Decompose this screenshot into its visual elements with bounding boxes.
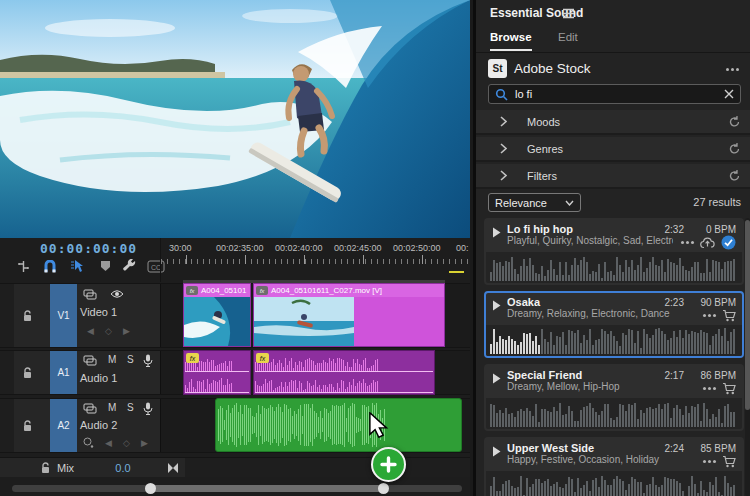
timeline-zoom-scrollbar[interactable]	[12, 485, 462, 492]
result-duration: 2:23	[665, 297, 684, 308]
ruler-label: 30:00	[169, 243, 192, 253]
snap-magnet-icon[interactable]	[41, 259, 59, 273]
fx-badge: fx	[186, 286, 198, 295]
search-icon	[495, 88, 508, 101]
search-value: lo fi	[515, 88, 717, 100]
scrollbar-thumb[interactable]	[745, 220, 750, 410]
accordion-genres[interactable]: Genres	[476, 137, 750, 162]
sound-result-item[interactable]: Upper West Side 2:24 85 BPM Happy, Festi…	[484, 437, 744, 496]
audio-clip-1[interactable]: fx	[183, 350, 251, 395]
panel-scrollbar[interactable]	[745, 218, 750, 496]
accordion-filters[interactable]: Filters	[476, 164, 750, 189]
tab-browse[interactable]: Browse	[490, 31, 532, 51]
play-icon[interactable]	[492, 446, 501, 457]
chevron-right-icon	[500, 116, 507, 127]
sound-result-item[interactable]: Lo fi hip hop 2:32 0 BPM Playful, Quirky…	[484, 218, 744, 285]
drag-add-plus-badge	[371, 447, 406, 482]
result-waveform[interactable]	[486, 471, 742, 496]
stock-more-icon[interactable]	[726, 68, 739, 71]
solo-button[interactable]: S	[127, 402, 134, 413]
result-waveform[interactable]	[486, 252, 742, 283]
track-name[interactable]: Audio 2	[80, 419, 117, 431]
result-tags: Playful, Quirky, Nostalgic, Sad, Electro…	[507, 235, 673, 246]
more-icon[interactable]	[681, 241, 694, 244]
video-clip-1[interactable]: fx A004_05101	[183, 283, 251, 347]
play-icon[interactable]	[492, 227, 501, 238]
reset-icon[interactable]	[728, 142, 741, 155]
result-tags: Dreamy, Relaxing, Electronic, Dance	[507, 308, 695, 319]
zoom-handle-left[interactable]	[145, 483, 156, 494]
add-keyframe-icon[interactable]: ◇	[123, 438, 130, 448]
accordion-moods[interactable]: Moods	[476, 110, 750, 135]
more-icon[interactable]	[703, 460, 716, 463]
result-waveform[interactable]	[486, 325, 742, 356]
sync-lock-icon[interactable]	[83, 355, 97, 366]
result-duration: 2:24	[665, 443, 684, 454]
ruler-major-ticks	[186, 255, 470, 264]
cart-icon[interactable]	[722, 309, 736, 322]
bowtie-keyframes-icon[interactable]	[167, 463, 179, 473]
marker-icon[interactable]	[96, 259, 114, 273]
result-waveform[interactable]	[486, 398, 742, 429]
play-icon[interactable]	[492, 373, 501, 384]
play-icon[interactable]	[492, 300, 501, 311]
voiceover-mic-icon[interactable]	[143, 402, 153, 415]
prev-keyframe-icon[interactable]: ◀	[87, 326, 94, 336]
ruler-label: 00:02:45:00	[334, 243, 382, 253]
next-keyframe-icon[interactable]: ▶	[141, 438, 148, 448]
mute-button[interactable]: M	[108, 402, 116, 413]
track-lock-icon[interactable]	[22, 310, 33, 322]
track-lock-icon[interactable]	[40, 462, 51, 474]
tab-edit[interactable]: Edit	[558, 31, 578, 43]
mix-track-header: Mix 0.0	[0, 458, 185, 477]
track-output-eye-icon[interactable]	[110, 289, 124, 299]
reset-icon[interactable]	[728, 115, 741, 128]
more-icon[interactable]	[703, 387, 716, 390]
video-clip-1-title: fx A004_05101	[184, 284, 250, 297]
next-keyframe-icon[interactable]: ▶	[123, 326, 130, 336]
clip-thumbnail-kitesurf	[254, 297, 354, 346]
sound-result-item-selected[interactable]: Osaka 2:23 90 BPM Dreamy, Relaxing, Elec…	[484, 291, 744, 358]
track-select-a1[interactable]: A1	[50, 351, 77, 394]
keyframe-toggle-icon[interactable]	[83, 437, 94, 448]
panel-menu-icon[interactable]	[562, 8, 575, 19]
cloud-sync-icon[interactable]	[700, 237, 715, 249]
linked-selection-icon[interactable]	[68, 259, 86, 273]
wrench-icon[interactable]	[121, 259, 139, 273]
track-name[interactable]: Video 1	[80, 306, 117, 318]
sort-dropdown[interactable]: Relevance	[488, 193, 581, 212]
fx-badge: fx	[186, 353, 199, 363]
reset-icon[interactable]	[728, 169, 741, 182]
sync-lock-icon[interactable]	[83, 289, 97, 300]
sync-lock-icon[interactable]	[83, 403, 97, 414]
timeline-ruler[interactable]: 30:00 00:02:35:00 00:02:40:00 00:02:45:0…	[160, 238, 470, 282]
voiceover-mic-icon[interactable]	[143, 354, 153, 367]
more-icon[interactable]	[703, 314, 716, 317]
mute-button[interactable]: M	[108, 354, 116, 365]
clear-search-icon[interactable]	[724, 89, 734, 99]
premiere-pro-window: 00:00:00:00 CC 30:00 00:02:35:00 00:02:4…	[0, 0, 750, 496]
zoom-handle-right[interactable]	[378, 483, 389, 494]
track-name[interactable]: Audio 1	[80, 372, 117, 384]
track-lock-icon[interactable]	[22, 367, 33, 379]
cart-icon[interactable]	[722, 382, 736, 395]
sound-result-item[interactable]: Special Friend 2:17 86 BPM Dreamy, Mello…	[484, 364, 744, 431]
track-lock-icon[interactable]	[22, 420, 33, 432]
track-select-v1[interactable]: V1	[50, 284, 77, 347]
prev-keyframe-icon[interactable]: ◀	[105, 438, 112, 448]
video-clip-2[interactable]: fx A004_05101611_C027.mov [V]	[253, 283, 445, 347]
search-input[interactable]: lo fi	[488, 84, 741, 104]
mix-volume-value[interactable]: 0.0	[100, 462, 146, 474]
playhead-timecode[interactable]: 00:00:00:00	[40, 241, 137, 256]
track-select-a2[interactable]: A2	[50, 399, 77, 452]
add-keyframe-icon[interactable]: ◇	[105, 326, 112, 336]
timeline-settings-icon[interactable]	[14, 259, 32, 273]
results-list: Lo fi hip hop 2:32 0 BPM Playful, Quirky…	[484, 218, 744, 496]
audio-clip-2[interactable]: fx	[253, 350, 435, 395]
clip-thumbnail-surfer	[184, 297, 250, 346]
cart-icon[interactable]	[722, 455, 736, 468]
stock-audio-drag-clip[interactable]	[215, 398, 462, 452]
mix-track-label: Mix	[57, 462, 74, 474]
scrollbar-thumb[interactable]	[150, 485, 383, 492]
solo-button[interactable]: S	[127, 354, 134, 365]
